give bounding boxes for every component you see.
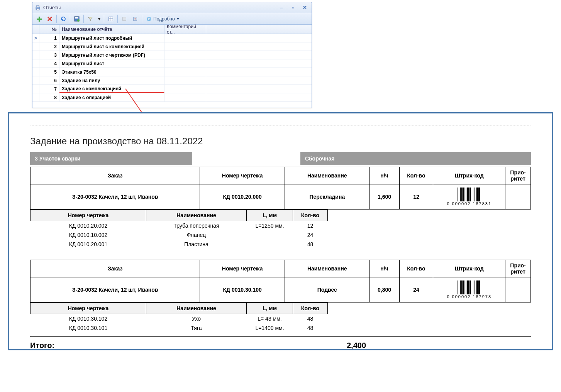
cell-sub-drawing: КД 0010.30.101 — [31, 323, 146, 333]
th-sub-qty: Кол-во — [293, 303, 328, 314]
cell-sub-l — [247, 230, 293, 240]
section-type: Сборочная — [300, 152, 531, 165]
row-comment — [164, 42, 206, 51]
job-data-row: З-20-0032 Качели, 12 шт, Иванов КД 0010.… — [31, 277, 531, 302]
th-sub-name: Наименование — [146, 210, 247, 221]
refresh-button[interactable] — [58, 14, 68, 24]
cell-barcode: 0 000002 167978 — [433, 277, 505, 302]
printer-icon — [35, 5, 41, 11]
th-qty: Кол-во — [399, 260, 433, 277]
table-row[interactable]: 7Задание с комплектацией — [32, 85, 312, 93]
cell-sub-qty: 48 — [293, 314, 328, 324]
row-num: 7 — [39, 85, 59, 93]
table-row[interactable]: 3Маршрутный лист с чертежом (PDF) — [32, 51, 312, 59]
cell-sub-drawing: КД 0010.30.102 — [31, 314, 146, 324]
th-drawing: Номер чертежа — [200, 260, 285, 277]
svg-rect-2 — [37, 8, 39, 10]
th-qty: Кол-во — [399, 167, 433, 184]
cell-sub-name: Труба поперечная — [146, 221, 247, 231]
row-comment — [164, 93, 206, 101]
col-num-header[interactable]: № — [39, 25, 59, 34]
job-data-row: З-20-0032 Качели, 12 шт, Иванов КД 0010.… — [31, 184, 531, 210]
minimize-button[interactable]: – — [277, 4, 286, 11]
row-indicator — [32, 76, 39, 84]
cell-sub-l — [247, 240, 293, 249]
row-name: Задание с операцией — [59, 93, 164, 101]
row-comment — [164, 59, 206, 68]
row-indicator — [32, 51, 39, 59]
row-name: Этикетка 75х50 — [59, 68, 164, 76]
details-dropdown[interactable]: Подробно ▼ — [144, 14, 182, 24]
add-button[interactable] — [34, 14, 44, 24]
export2-button[interactable] — [130, 14, 140, 24]
col-name-header[interactable]: Наименование отчёта — [59, 25, 164, 34]
columns-button[interactable] — [106, 14, 116, 24]
close-button[interactable]: ✕ — [300, 4, 309, 11]
th-sub-drawing: Номер чертежа — [31, 303, 146, 314]
th-sub-drawing: Номер чертежа — [31, 210, 146, 221]
table-row[interactable]: 8Задание с операцией — [32, 93, 312, 102]
delete-button[interactable] — [45, 14, 55, 24]
table-row[interactable]: 5Этикетка 75х50 — [32, 68, 312, 76]
svg-rect-1 — [37, 5, 39, 7]
row-num: 6 — [39, 76, 59, 84]
cell-drawing: КД 0010.30.100 — [200, 277, 285, 302]
row-indicator — [32, 85, 39, 93]
export-button[interactable] — [119, 14, 129, 24]
save-button[interactable] — [72, 14, 82, 24]
cell-barcode: 0 000002 167831 — [433, 184, 505, 210]
row-comment — [164, 85, 206, 93]
svg-rect-11 — [123, 17, 126, 20]
table-row[interactable]: >1Маршрутный лист подробный — [32, 34, 312, 42]
th-nh: н/ч — [369, 167, 399, 184]
row-name: Маршрутный лист — [59, 59, 164, 68]
toolbar: ▾ Подробно ▼ — [32, 13, 312, 25]
row-num: 8 — [39, 93, 59, 101]
col-comment-header[interactable]: Комментарий от... — [164, 25, 206, 34]
table-row[interactable]: 4Маршрутный лист — [32, 59, 312, 68]
th-barcode: Штрих-код — [433, 167, 505, 184]
cell-sub-qty: 24 — [293, 230, 328, 240]
th-barcode: Штрих-код — [433, 260, 505, 277]
th-sub-l: L, мм — [247, 210, 293, 221]
svg-rect-6 — [75, 17, 78, 19]
component-row: КД 0010.30.101 Тяга L=1400 мм. 48 — [31, 323, 328, 333]
filter-dropdown-button[interactable]: ▾ — [96, 14, 102, 24]
row-name: Маршрутный лист подробный — [59, 34, 164, 42]
cell-nh: 0,800 — [369, 277, 399, 302]
total-row: Итого: 2,400 — [30, 336, 531, 350]
maximize-button[interactable]: ▫ — [288, 4, 298, 11]
svg-rect-8 — [109, 17, 113, 21]
row-indicator — [32, 68, 39, 76]
table-row[interactable]: 6Задание на пилу — [32, 76, 312, 85]
th-order: Заказ — [31, 167, 200, 184]
doc-title: Задание на производство на 08.11.2022 — [30, 136, 531, 147]
components-table: Номер чертежа Наименование L, мм Кол-во … — [30, 302, 328, 333]
cell-order: З-20-0032 Качели, 12 шт, Иванов — [31, 277, 200, 302]
row-indicator — [32, 59, 39, 68]
row-num: 1 — [39, 34, 59, 42]
cell-order: З-20-0032 Качели, 12 шт, Иванов — [31, 184, 200, 210]
cell-sub-l: L= 43 мм. — [247, 314, 293, 324]
row-indicator: > — [32, 34, 39, 42]
component-row: КД 0010.10.002 Фланец 24 — [31, 230, 328, 240]
cell-prio — [505, 277, 531, 302]
cell-qty: 24 — [399, 277, 433, 302]
cell-sub-qty: 12 — [293, 221, 328, 231]
components-table: Номер чертежа Наименование L, мм Кол-во … — [30, 210, 328, 249]
component-row: КД 0010.20.001 Пластина 48 — [31, 240, 328, 249]
cell-sub-qty: 48 — [293, 240, 328, 249]
barcode: 0 000002 167831 — [435, 187, 503, 207]
table-row[interactable]: 2Маршрутный лист с комплектацией — [32, 42, 312, 51]
cell-drawing: КД 0010.20.000 — [200, 184, 285, 210]
reports-window: Отчёты – ▫ ✕ — [32, 2, 312, 108]
cell-sub-drawing: КД 0010.20.002 — [31, 221, 146, 231]
row-name: Задание с комплектацией — [59, 85, 164, 93]
job-table: Заказ Номер чертежа Наименование н/ч Кол… — [30, 167, 531, 210]
row-comment — [164, 34, 206, 42]
window-title: Отчёты — [43, 5, 61, 10]
filter-button[interactable] — [85, 14, 95, 24]
th-name: Наименование — [285, 260, 369, 277]
row-comment — [164, 68, 206, 76]
cell-sub-name: Ухо — [146, 314, 247, 324]
